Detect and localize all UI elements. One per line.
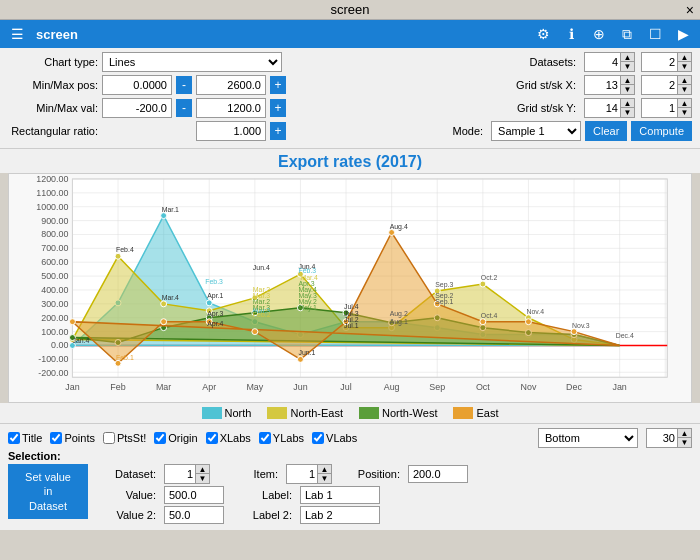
- svg-point-75: [161, 301, 167, 307]
- info-icon[interactable]: ℹ: [560, 23, 582, 45]
- svg-text:Sep: Sep: [429, 382, 445, 392]
- grid-y-up[interactable]: ▲: [620, 99, 634, 108]
- globe-icon[interactable]: ⊕: [588, 23, 610, 45]
- chart-area: 1200.00 1100.00 1000.00 900.00 800.00 70…: [8, 173, 692, 403]
- grid-y-input[interactable]: [585, 99, 620, 117]
- datasets-input[interactable]: [585, 53, 620, 71]
- value2-row: Value 2: Label 2:: [96, 506, 692, 524]
- svg-text:Feb.4: Feb.4: [116, 246, 134, 253]
- svg-text:200.00: 200.00: [41, 313, 68, 323]
- selection-row: Selection:: [8, 450, 692, 462]
- compute-button[interactable]: Compute: [631, 121, 692, 141]
- svg-text:Nov.3: Nov.3: [572, 322, 590, 329]
- dataset-up[interactable]: ▲: [195, 465, 209, 474]
- position-down[interactable]: ▼: [677, 438, 691, 447]
- position-value-input[interactable]: [647, 429, 677, 447]
- close-icon[interactable]: ×: [686, 2, 694, 18]
- svg-text:600.00: 600.00: [41, 257, 68, 267]
- dataset-input[interactable]: [165, 465, 195, 483]
- document-icon[interactable]: ☐: [644, 23, 666, 45]
- max-val-input[interactable]: [196, 98, 266, 118]
- clear-button[interactable]: Clear: [585, 121, 627, 141]
- svg-text:Mar.4: Mar.4: [162, 294, 179, 301]
- item-up[interactable]: ▲: [317, 465, 331, 474]
- min-val-input[interactable]: [102, 98, 172, 118]
- title-checkbox[interactable]: Title: [8, 432, 42, 444]
- datasets-right-input[interactable]: [642, 53, 677, 71]
- grid-y-right-down[interactable]: ▼: [677, 108, 691, 117]
- grid-y-down[interactable]: ▼: [620, 108, 634, 117]
- ylabs-checkbox[interactable]: YLabs: [259, 432, 304, 444]
- svg-point-110: [571, 329, 577, 335]
- position-select[interactable]: Bottom Top Left Right: [538, 428, 638, 448]
- mode-select[interactable]: Sample 1 Sample 2: [491, 121, 581, 141]
- datasets-down[interactable]: ▼: [620, 62, 634, 71]
- position-up[interactable]: ▲: [677, 429, 691, 438]
- svg-text:Jul: Jul: [340, 382, 351, 392]
- dataset-down[interactable]: ▼: [195, 474, 209, 483]
- max-pos-input[interactable]: [196, 75, 266, 95]
- svg-text:Sep.3: Sep.3: [435, 281, 453, 289]
- svg-text:Sep.1: Sep.1: [435, 298, 453, 306]
- max-pos-plus[interactable]: +: [270, 76, 286, 94]
- play-icon[interactable]: ▶: [672, 23, 694, 45]
- svg-text:100.00: 100.00: [41, 327, 68, 337]
- svg-text:1100.00: 1100.00: [36, 188, 68, 198]
- svg-text:Dec: Dec: [566, 382, 582, 392]
- label2-input[interactable]: [300, 506, 380, 524]
- origin-checkbox[interactable]: Origin: [154, 432, 197, 444]
- xlabs-checkbox[interactable]: XLabs: [206, 432, 251, 444]
- svg-point-82: [480, 281, 486, 287]
- min-pos-input[interactable]: [102, 75, 172, 95]
- grid-x-right-up[interactable]: ▲: [677, 76, 691, 85]
- svg-text:Apr.3: Apr.3: [207, 310, 223, 318]
- rect-ratio-input[interactable]: [196, 121, 266, 141]
- svg-text:Oct: Oct: [476, 382, 490, 392]
- svg-point-108: [480, 319, 486, 325]
- svg-text:700.00: 700.00: [41, 243, 68, 253]
- item-down[interactable]: ▼: [317, 474, 331, 483]
- pos-input[interactable]: [408, 465, 468, 483]
- rect-ratio-label: Rectangular ratio:: [8, 125, 98, 137]
- datasets-right-up[interactable]: ▲: [677, 53, 691, 62]
- points-checkbox[interactable]: Points: [50, 432, 95, 444]
- datasets-right-down[interactable]: ▼: [677, 62, 691, 71]
- value-input[interactable]: [164, 486, 224, 504]
- grid-x-down[interactable]: ▼: [620, 85, 634, 94]
- chart-title: Export rates (2017): [0, 149, 700, 173]
- gear-icon[interactable]: ⚙: [532, 23, 554, 45]
- item-input[interactable]: [287, 465, 317, 483]
- legend-northwest: North-West: [359, 407, 437, 419]
- grid-x-input[interactable]: [585, 76, 620, 94]
- min-val-minus[interactable]: -: [176, 99, 192, 117]
- label-input[interactable]: [300, 486, 380, 504]
- hamburger-icon[interactable]: ☰: [6, 23, 28, 45]
- legend-north: North: [202, 407, 252, 419]
- svg-text:Feb.3: Feb.3: [298, 267, 316, 274]
- rect-ratio-plus[interactable]: +: [270, 122, 286, 140]
- value2-input[interactable]: [164, 506, 224, 524]
- legend-north-label: North: [225, 407, 252, 419]
- datasets-up[interactable]: ▲: [620, 53, 634, 62]
- svg-point-99: [69, 319, 75, 325]
- max-val-plus[interactable]: +: [270, 99, 286, 117]
- svg-text:Dec.4: Dec.4: [616, 332, 634, 339]
- vlabs-checkbox[interactable]: VLabs: [312, 432, 357, 444]
- svg-text:May: May: [246, 382, 263, 392]
- svg-text:-200.00: -200.00: [38, 368, 68, 378]
- svg-text:1000.00: 1000.00: [36, 202, 68, 212]
- ptsst-checkbox[interactable]: PtsSt!: [103, 432, 146, 444]
- min-pos-minus[interactable]: -: [176, 76, 192, 94]
- legend-north-color: [202, 407, 222, 419]
- grid-y-right-up[interactable]: ▲: [677, 99, 691, 108]
- chart-type-select[interactable]: Lines Bars Scatter: [102, 52, 282, 72]
- set-value-button[interactable]: Set valueinDataset: [8, 464, 88, 519]
- svg-text:Jun: Jun: [293, 382, 307, 392]
- grid-x-right-input[interactable]: [642, 76, 677, 94]
- svg-text:May.1: May.1: [298, 304, 316, 312]
- grid-x-right-down[interactable]: ▼: [677, 85, 691, 94]
- clipboard-icon[interactable]: ⧉: [616, 23, 638, 45]
- grid-y-right-input[interactable]: [642, 99, 677, 117]
- grid-x-up[interactable]: ▲: [620, 76, 634, 85]
- dataset-label: Dataset:: [96, 468, 156, 480]
